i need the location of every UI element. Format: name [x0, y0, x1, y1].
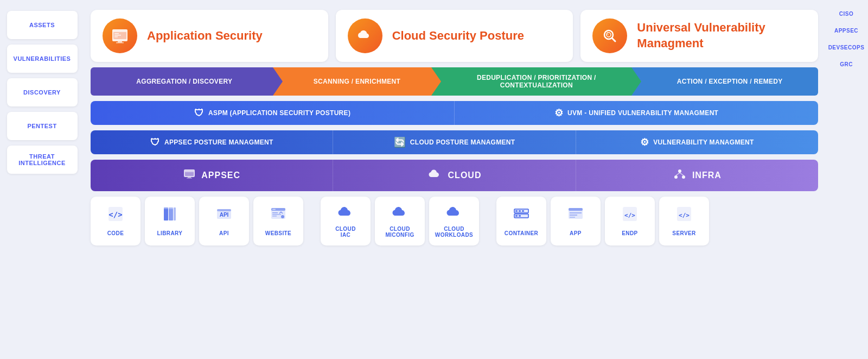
container-card[interactable]: CONTAINER — [496, 197, 546, 245]
right-item-ciso[interactable]: CISO — [839, 11, 853, 17]
server-icon: </> — [676, 206, 692, 226]
endp-card[interactable]: </> ENDP — [605, 197, 655, 245]
infra-icon-group: CONTAINER APP — [496, 197, 709, 245]
cloud-cell: CLOUD — [333, 160, 576, 191]
left-sidebar: ASSETS VULNERABILITIES DISCOVERY PENTEST… — [0, 0, 84, 359]
gear-icon: ⚙ — [554, 107, 563, 119]
svg-rect-2 — [113, 30, 126, 32]
cloud-security-card[interactable]: Cloud Security Posture — [336, 10, 573, 62]
svg-rect-50 — [570, 212, 582, 213]
code-icon: </> — [107, 206, 124, 226]
book-icon — [162, 206, 178, 226]
svg-rect-51 — [570, 215, 577, 216]
cloud-miconfig-card[interactable]: CLOUD MICONFIG — [375, 197, 425, 245]
appsec-row: APPSEC CLOUD INFRA — [91, 160, 818, 191]
bottom-row: </> CODE LIBRARY — [91, 197, 818, 245]
container-icon — [513, 206, 529, 226]
svg-rect-37 — [272, 216, 277, 217]
svg-rect-41 — [515, 210, 518, 212]
right-item-appsec[interactable]: APPSEC — [834, 28, 858, 34]
sidebar-item-threat-intelligence[interactable]: THREAT INTELLIGENCE — [7, 146, 78, 174]
endp-icon: </> — [622, 206, 638, 226]
svg-rect-52 — [570, 217, 575, 218]
appsec-icon — [183, 167, 196, 184]
infra-icon — [673, 167, 687, 184]
svg-text:</>: </> — [679, 212, 690, 219]
app-security-card[interactable]: Application Security — [91, 10, 328, 62]
svg-rect-3 — [114, 33, 119, 34]
library-card[interactable]: LIBRARY — [145, 197, 195, 245]
cloud-workloads-card[interactable]: CLOUD WORKLOADS — [429, 197, 479, 245]
svg-point-38 — [281, 215, 284, 218]
app-icon — [567, 206, 584, 226]
band-row-2: 🛡 APPSEC POSTURE MANAGMENT 🔄 CLOUD POSTU… — [91, 130, 818, 154]
right-item-grc[interactable]: GRC — [840, 61, 853, 67]
svg-rect-6 — [118, 41, 122, 42]
svg-rect-26 — [164, 207, 168, 209]
app-card[interactable]: APP — [551, 197, 601, 245]
svg-text:</>: </> — [624, 212, 635, 219]
sidebar-item-vulnerabilities[interactable]: VULNERABILITIES — [7, 45, 78, 73]
sidebar-item-pentest[interactable]: PENTEST — [7, 112, 78, 140]
pipeline-step-action: ACTION / EXCEPTION / REMEDY — [631, 67, 818, 96]
svg-rect-23 — [164, 207, 168, 221]
sidebar-item-discovery[interactable]: DISCOVERY — [7, 78, 78, 106]
svg-text:API: API — [220, 212, 229, 218]
appsec-icon-group: </> CODE LIBRARY — [91, 197, 303, 245]
refresh-icon: 🔄 — [394, 136, 406, 148]
svg-line-10 — [612, 38, 615, 41]
svg-rect-15 — [187, 178, 192, 179]
svg-rect-43 — [522, 210, 524, 212]
svg-rect-47 — [519, 215, 521, 217]
cloud-workloads-icon — [445, 204, 463, 222]
svg-rect-5 — [114, 36, 118, 37]
uvm-title: Universal Vulnerability Managment — [637, 20, 765, 51]
pipeline-step-scanning: SCANNING / ENRICHMENT — [273, 67, 432, 96]
right-item-devsecops[interactable]: DEVSECOPS — [828, 45, 865, 51]
svg-rect-49 — [569, 208, 583, 211]
cloud-icon — [427, 168, 443, 182]
infra-cell: INFRA — [576, 160, 818, 191]
pipeline-step-aggregation: AGGREGATION / DISCOVERY — [91, 67, 273, 96]
svg-point-34 — [275, 209, 276, 210]
pipeline-row: AGGREGATION / DISCOVERY SCANNING / ENRIC… — [91, 67, 818, 96]
svg-text:</>: </> — [108, 210, 122, 219]
server-card[interactable]: </> SERVER — [659, 197, 709, 245]
api-card[interactable]: API API — [199, 197, 249, 245]
svg-line-19 — [676, 173, 680, 175]
gear2-icon: ⚙ — [640, 136, 649, 148]
right-sidebar: CISO APPSEC DEVSECOPS GRC — [825, 0, 868, 359]
svg-rect-7 — [116, 42, 124, 43]
vuln-mgmt-cell: ⚙ VULNERABILITY MANAGMENT — [576, 130, 818, 154]
website-icon — [270, 206, 286, 226]
svg-point-18 — [682, 175, 685, 179]
top-cards-row: Application Security Cloud Security Post… — [91, 10, 818, 62]
uvm-cell: ⚙ UVM - UNIFIED VULNERABILITY MANAGMENT — [455, 101, 818, 125]
cloud-security-icon — [348, 18, 382, 53]
cloud-iac-icon — [337, 204, 354, 222]
cloud-miconfig-icon — [391, 204, 409, 222]
appsec-posture-cell: 🛡 APPSEC POSTURE MANAGMENT — [91, 130, 333, 154]
main-content: Application Security Cloud Security Post… — [84, 0, 825, 359]
website-card[interactable]: WEBSITE — [253, 197, 303, 245]
shield-icon: 🛡 — [194, 108, 204, 119]
code-card[interactable]: </> CODE — [91, 197, 141, 245]
shield2-icon: 🛡 — [150, 137, 160, 148]
svg-rect-42 — [519, 210, 521, 212]
svg-rect-13 — [185, 171, 194, 172]
svg-rect-25 — [174, 207, 176, 221]
svg-rect-14 — [188, 177, 191, 178]
sidebar-item-assets[interactable]: ASSETS — [7, 11, 78, 39]
svg-point-17 — [674, 175, 678, 179]
app-security-icon — [103, 18, 137, 53]
svg-rect-30 — [217, 209, 231, 211]
app-security-title: Application Security — [147, 29, 263, 43]
cloud-posture-cell: 🔄 CLOUD POSTURE MANAGMENT — [333, 130, 576, 154]
cloud-iac-card[interactable]: CLOUD IAC — [321, 197, 371, 245]
svg-rect-27 — [169, 207, 173, 209]
cloud-security-title: Cloud Security Posture — [392, 29, 524, 43]
cloud-icon-group: CLOUD IAC CLOUD MICONFIG CLOUD WORKLOADS — [321, 197, 479, 245]
uvm-card[interactable]: Universal Vulnerability Managment — [580, 10, 818, 62]
aspm-cell: 🛡 ASPM (APPLICATION SECURITY POSTURE) — [91, 101, 455, 125]
pipeline-step-dedup: DEDUPLICATION / PRIORITIZATION / CONTEXT… — [431, 67, 631, 96]
